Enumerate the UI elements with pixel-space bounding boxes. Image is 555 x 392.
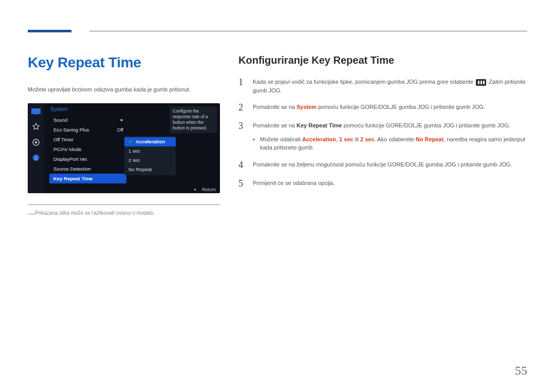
em-1sec: 1 sec: [339, 136, 354, 142]
bullet-text: ili: [354, 136, 360, 142]
step-text: Pomaknite se na: [253, 104, 297, 110]
osd-sub-label: Acceleration: [136, 139, 165, 144]
osd-return-label[interactable]: Return: [202, 187, 216, 192]
em-system: System: [297, 104, 317, 110]
osd-item-label: Source Detection: [53, 166, 91, 172]
picture-icon: [31, 106, 41, 117]
info-icon: i: [31, 153, 41, 163]
step-3: Pomaknite se na Key Repeat Time pomoću f…: [238, 121, 527, 152]
em-2sec: 2 sec: [360, 136, 375, 142]
osd-sub-norepeat[interactable]: No Repeat: [124, 165, 176, 174]
osd-item-label: Key Repeat Time: [53, 176, 92, 181]
step-text: Primijenit će se odabrana opcija.: [253, 180, 335, 186]
steps-list: Kada se pojavi vodič za funkcijske tipke…: [238, 78, 527, 189]
step-text: Kada se pojavi vodič za funkcijske tipke…: [253, 79, 473, 85]
osd-sub-1sec[interactable]: 1 sec: [124, 146, 176, 156]
step-text: pomoću funkcije GORE/DOLJE gumba JOG i p…: [342, 122, 510, 128]
osd-sidebar: i: [28, 103, 44, 193]
triangle-left-icon: ◂: [194, 187, 196, 192]
osd-sub-2sec[interactable]: 2 sec: [124, 156, 176, 165]
osd-item-label: PC/AV Mode: [53, 146, 81, 152]
osd-item-label: Eco Saving Plus: [53, 127, 89, 133]
intro-text: Možete upravljati brzinom odaziva gumba …: [28, 85, 220, 94]
section-subtitle: Konfiguriranje Key Repeat Time: [238, 54, 527, 66]
dash-icon: ―: [28, 209, 35, 217]
osd-item-value: Off: [117, 127, 124, 133]
em-norepeat: No Repeat: [416, 136, 443, 142]
osd-submenu: Acceleration 1 sec 2 sec No Repeat: [124, 136, 176, 175]
page-number: 55: [515, 364, 527, 378]
step-5: Primijenit će se odabrana opcija.: [238, 179, 527, 189]
gear-icon: [31, 137, 41, 147]
osd-menu-list: Sound ▸ Eco Saving Plus Off Off Timer PC…: [49, 115, 126, 183]
osd-sub-label: 2 sec: [128, 157, 140, 163]
osd-panel: i System Sound ▸ Eco Saving Plus Off: [28, 103, 220, 193]
step-text: pomoću funkcije GORE/DOLJE gumba JOG i p…: [317, 104, 485, 110]
osd-item-sound[interactable]: Sound ▸: [49, 115, 126, 125]
osd-item-offtimer[interactable]: Off Timer: [49, 135, 126, 144]
osd-sub-acceleration[interactable]: Acceleration: [124, 137, 176, 146]
osd-tooltip: Configure the response rate of a button …: [170, 106, 217, 133]
footnote: ― Prikazana slika može se razlikovati ov…: [28, 210, 220, 216]
step-text: Pomaknite se na željenu mogućnost pomoću…: [253, 161, 512, 167]
bullet-text: . Ako odaberete: [375, 136, 416, 142]
step-1: Kada se pojavi vodič za funkcijske tipke…: [238, 78, 527, 95]
osd-item-keyrepeat[interactable]: Key Repeat Time: [49, 174, 126, 183]
em-acc: Acceleration: [302, 136, 336, 142]
step-3-bullet: Možete odabrati Acceleration, 1 sec ili …: [253, 135, 527, 152]
chevron-right-icon: ▸: [121, 117, 123, 122]
osd-nav-icon: [31, 122, 41, 132]
footnote-text: Prikazana slika može se razlikovati ovis…: [35, 210, 155, 216]
step-2: Pomaknite se na System pomoću funkcije G…: [238, 103, 527, 113]
osd-item-dpver[interactable]: DisplayPort Ver.: [49, 154, 126, 164]
osd-item-source[interactable]: Source Detection: [49, 164, 126, 174]
menu-icon: [476, 79, 486, 86]
svg-rect-1: [35, 114, 37, 115]
osd-item-label: Off Timer: [53, 137, 73, 142]
svg-point-3: [35, 141, 37, 143]
page-title: Key Repeat Time: [28, 54, 220, 71]
footnote-rule: [28, 204, 220, 205]
osd-footer: ◂ Return: [194, 187, 216, 192]
osd-sub-label: No Repeat: [128, 166, 152, 172]
osd-sub-label: 1 sec: [128, 148, 140, 154]
step-4: Pomaknite se na željenu mogućnost pomoću…: [238, 160, 527, 171]
header-rule: [28, 30, 527, 40]
osd-item-label: DisplayPort Ver.: [53, 156, 88, 162]
osd-item-pcav[interactable]: PC/AV Mode: [49, 144, 126, 154]
osd-item-eco[interactable]: Eco Saving Plus Off: [49, 125, 126, 135]
svg-rect-0: [31, 108, 41, 114]
osd-item-label: Sound: [53, 117, 67, 123]
step-text: Pomaknite se na: [253, 122, 297, 128]
bullet-text: Možete odabrati: [260, 136, 302, 142]
em-keyrepeat: Key Repeat Time: [297, 122, 342, 128]
